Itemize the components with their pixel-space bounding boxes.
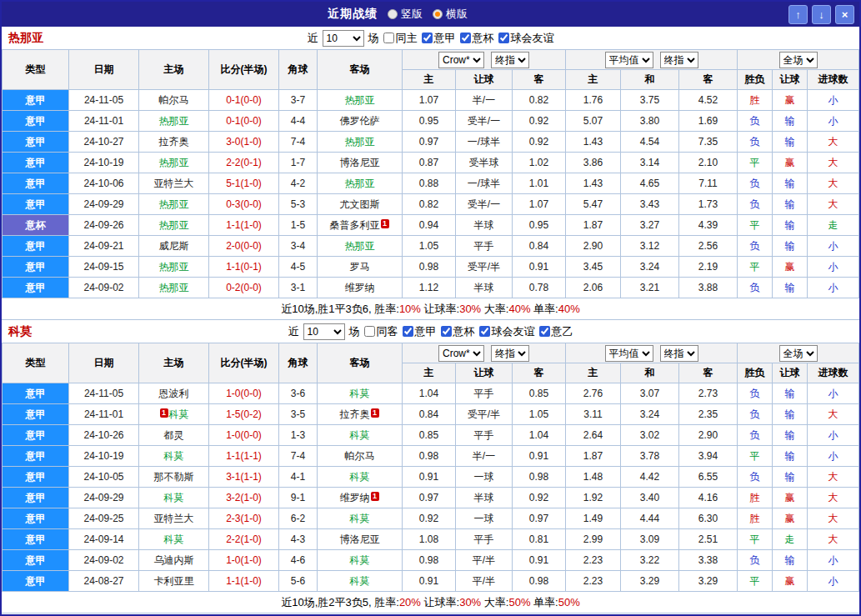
team-link[interactable]: 科莫 xyxy=(350,513,370,524)
same-venue-checkbox[interactable]: 同主 xyxy=(383,31,418,46)
team-link[interactable]: 科莫 xyxy=(350,554,370,566)
odds-home-cell: 0.98 xyxy=(403,550,456,571)
result-cell: 胜 xyxy=(738,90,773,111)
scope-select[interactable]: 全场 xyxy=(779,345,818,362)
league-checkbox[interactable]: 意乙 xyxy=(539,324,573,339)
checkbox-input[interactable] xyxy=(498,33,509,43)
team-link[interactable]: 热那亚 xyxy=(159,198,189,210)
result-cell: 负 xyxy=(738,111,773,132)
league-checkbox[interactable]: 意甲 xyxy=(403,324,437,339)
panel-title: 近期战绩 xyxy=(328,7,378,22)
match-count-select[interactable]: 10 xyxy=(323,30,364,47)
layout-radio-horizontal[interactable]: 横版 xyxy=(433,7,468,22)
checkbox-input[interactable] xyxy=(364,326,375,337)
team-link[interactable]: 卡利亚里 xyxy=(154,575,194,587)
team-link[interactable]: 热那亚 xyxy=(345,240,375,252)
team-link[interactable]: 热那亚 xyxy=(345,136,375,148)
odds-time-select[interactable]: 终指 xyxy=(491,52,529,68)
team-link[interactable]: 热那亚 xyxy=(159,157,189,168)
scope-select[interactable]: 全场 xyxy=(779,52,818,68)
score-cell: 1-5(0-2) xyxy=(209,404,279,425)
bookmaker-select[interactable]: Crow* xyxy=(438,52,484,68)
team-link[interactable]: 亚特兰大 xyxy=(154,513,194,524)
home-team-cell: 都灵 xyxy=(139,425,209,446)
team-link[interactable]: 热那亚 xyxy=(159,282,189,293)
team-link[interactable]: 科莫 xyxy=(350,388,370,399)
avg-home-cell: 1.76 xyxy=(566,90,621,111)
team-link[interactable]: 科莫 xyxy=(350,429,370,441)
team-link[interactable]: 热那亚 xyxy=(159,115,189,127)
team-link[interactable]: 佛罗伦萨 xyxy=(340,115,380,127)
date-cell: 24-09-29 xyxy=(69,194,139,215)
odds-handicap-cell: 受平/半 xyxy=(456,404,513,425)
down-arrow-icon: ↓ xyxy=(818,8,824,21)
league-checkbox[interactable]: 球会友谊 xyxy=(498,31,554,46)
league-checkbox[interactable]: 意甲 xyxy=(422,31,456,46)
team-link[interactable]: 威尼斯 xyxy=(159,240,189,252)
team-link[interactable]: 拉齐奥 xyxy=(340,408,370,420)
competition-cell: 意甲 xyxy=(3,488,69,508)
team-link[interactable]: 帕尔马 xyxy=(345,450,375,462)
team-link[interactable]: 热那亚 xyxy=(159,261,189,273)
checkbox-input[interactable] xyxy=(403,326,413,337)
average-select[interactable]: 平均值 xyxy=(605,345,653,362)
checkbox-input[interactable] xyxy=(539,326,550,337)
league-checkbox[interactable]: 意杯 xyxy=(460,31,494,46)
avg-draw-cell: 3.43 xyxy=(621,194,679,215)
move-down-button[interactable]: ↓ xyxy=(812,5,831,24)
team-link[interactable]: 科莫 xyxy=(164,492,184,503)
score-cell: 2-2(0-1) xyxy=(209,153,279,173)
checkbox-input[interactable] xyxy=(460,33,471,43)
team-link[interactable]: 热那亚 xyxy=(345,94,375,106)
home-team-cell: 科莫 xyxy=(139,446,209,467)
team-link[interactable]: 罗马 xyxy=(350,261,370,273)
team-link[interactable]: 热那亚 xyxy=(159,219,189,231)
avg-home-cell: 3.45 xyxy=(566,257,621,278)
avg-away-cell: 4.52 xyxy=(679,90,738,111)
avg-time-select[interactable]: 终指 xyxy=(660,345,698,362)
checkbox-input[interactable] xyxy=(422,33,433,43)
team-link[interactable]: 桑普多利亚 xyxy=(330,219,380,231)
team-link[interactable]: 拉齐奥 xyxy=(159,136,189,148)
team-link[interactable]: 维罗纳 xyxy=(340,492,370,503)
checkbox-input[interactable] xyxy=(383,33,394,43)
odds-time-select[interactable]: 终指 xyxy=(491,345,529,362)
bookmaker-select[interactable]: Crow* xyxy=(438,345,484,362)
checkbox-input[interactable] xyxy=(479,326,490,337)
team-link[interactable]: 科莫 xyxy=(164,533,184,545)
team-link[interactable]: 科莫 xyxy=(350,575,370,587)
checkbox-input[interactable] xyxy=(441,326,452,337)
up-arrow-icon: ↑ xyxy=(795,8,801,21)
team-link[interactable]: 乌迪内斯 xyxy=(154,554,194,566)
team-link[interactable]: 尤文图斯 xyxy=(340,198,380,210)
layout-radio-vertical[interactable]: 竖版 xyxy=(388,7,423,22)
team-link[interactable]: 那不勒斯 xyxy=(154,471,194,483)
team-name: 热那亚 xyxy=(8,31,43,46)
team-link[interactable]: 恩波利 xyxy=(159,388,189,399)
team-link[interactable]: 帕尔马 xyxy=(159,94,189,106)
league-checkbox[interactable]: 意杯 xyxy=(441,324,475,339)
team-link[interactable]: 科莫 xyxy=(164,450,184,462)
odds-home-cell: 0.84 xyxy=(403,404,456,425)
team-link[interactable]: 都灵 xyxy=(164,429,184,441)
match-count-select[interactable]: 10 xyxy=(303,323,345,340)
odds-away-cell: 1.05 xyxy=(513,404,566,425)
team-link[interactable]: 亚特兰大 xyxy=(154,178,194,189)
team-link[interactable]: 科莫 xyxy=(169,408,189,420)
team-link[interactable]: 维罗纳 xyxy=(345,282,375,293)
odds-handicap-cell: 平手 xyxy=(456,425,513,446)
close-button[interactable]: × xyxy=(835,5,854,24)
average-select[interactable]: 平均值 xyxy=(605,52,653,68)
avg-away-cell: 4.39 xyxy=(679,215,738,236)
team-link[interactable]: 科莫 xyxy=(350,471,370,483)
team-link[interactable]: 热那亚 xyxy=(345,178,375,189)
team-link[interactable]: 博洛尼亚 xyxy=(340,157,380,168)
avg-draw-cell: 3.75 xyxy=(621,90,679,111)
team-link[interactable]: 博洛尼亚 xyxy=(340,533,380,545)
avg-time-select[interactable]: 终指 xyxy=(660,52,698,68)
result-cell: 平 xyxy=(738,529,773,550)
home-team-cell: 帕尔马 xyxy=(139,90,209,111)
move-up-button[interactable]: ↑ xyxy=(788,5,808,24)
league-checkbox[interactable]: 球会友谊 xyxy=(479,324,535,339)
same-venue-checkbox[interactable]: 同客 xyxy=(364,324,398,339)
